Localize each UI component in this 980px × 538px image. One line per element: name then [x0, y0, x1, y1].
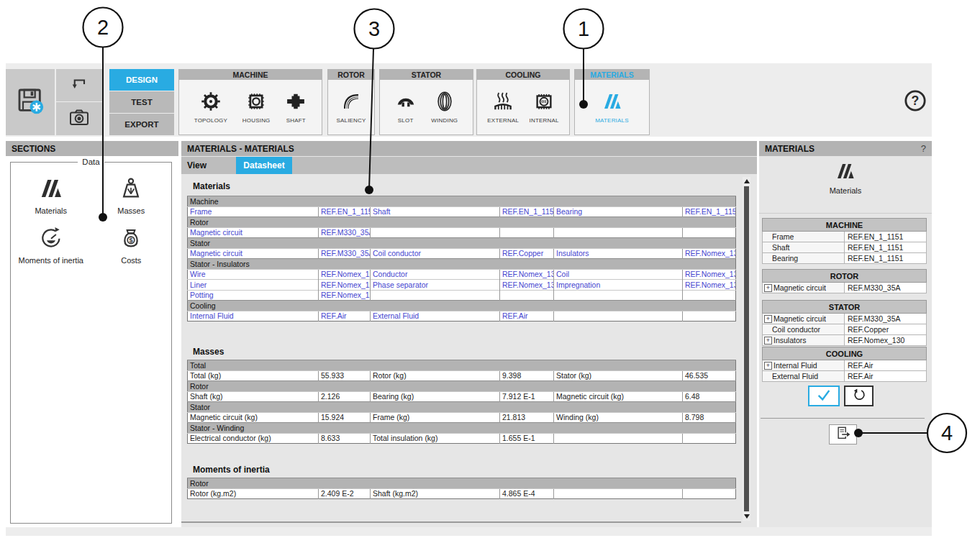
table-cell[interactable]: REF.EN_1_1151	[319, 206, 371, 217]
summary-label-text: Internal Fluid	[773, 361, 817, 370]
ribbon-item-topology[interactable]: TOPOLOGY	[194, 91, 227, 124]
table-cell[interactable]: Phase separator	[371, 280, 500, 291]
table-cell[interactable]: REF.Nomex_130	[683, 280, 736, 291]
scroll-up-icon[interactable]	[744, 179, 750, 183]
save-button[interactable]	[6, 69, 55, 135]
table-cell[interactable]: Coil conductor	[371, 248, 500, 259]
summary-row-value[interactable]: REF.Air	[845, 360, 927, 371]
section-title: Materials	[193, 181, 230, 191]
mode-tab-test[interactable]: TEST	[109, 91, 174, 113]
table-cell[interactable]: REF.Air	[500, 311, 554, 322]
table-cell[interactable]: REF.EN_1_1151	[500, 206, 554, 217]
slot-icon	[395, 91, 417, 115]
table-cell[interactable]: Impregnation	[554, 280, 683, 291]
expand-icon[interactable]: +	[764, 362, 772, 370]
table-group-row: Stator - Insulators	[188, 259, 736, 270]
export-report-button[interactable]	[829, 424, 857, 444]
table-cell[interactable]: Magnetic circuit	[188, 227, 319, 238]
tab-view[interactable]: View	[187, 157, 207, 174]
table-cell	[683, 311, 736, 322]
table-cell[interactable]: REF.M330_35A	[319, 227, 371, 238]
ribbon-item-shaft[interactable]: SHAFT	[285, 91, 307, 124]
mode-tab-design[interactable]: DESIGN	[109, 69, 174, 91]
expand-icon[interactable]: +	[764, 284, 772, 292]
summary-row-value[interactable]: REF.Air	[845, 371, 927, 382]
table-cell[interactable]: Insulators	[554, 248, 683, 259]
summary-row-label[interactable]: +Magnetic circuit	[763, 314, 845, 324]
summary-row-value[interactable]: REF.M330_35A	[845, 314, 927, 324]
svg-text:1: 1	[578, 17, 589, 40]
scroll-down-icon[interactable]	[744, 514, 750, 519]
table-cell[interactable]: REF.Nomex_130	[500, 269, 554, 280]
vertical-scrollbar[interactable]	[743, 177, 750, 521]
sidebar-item-moments-of-inertia[interactable]: Moments of inertia	[11, 225, 91, 265]
summary-row-label[interactable]: +Insulators	[763, 335, 845, 346]
table-cell[interactable]: Magnetic circuit	[188, 248, 319, 259]
table-cell[interactable]: REF.Nomex_130	[683, 248, 736, 259]
table-cell[interactable]: Wire	[188, 269, 319, 280]
tab-datasheet[interactable]: Datasheet	[236, 157, 292, 174]
table-cell	[500, 227, 554, 238]
summary-row-value[interactable]: REF.M330_35A	[845, 283, 927, 293]
apply-button[interactable]	[808, 386, 840, 406]
sections-panel: SECTIONS Data MaterialsMassesMoments of …	[6, 141, 178, 527]
table-cell[interactable]: REF.Nomex_130	[319, 269, 371, 280]
summary-row-value[interactable]: REF.Nomex_130	[845, 335, 927, 346]
undo-button[interactable]	[56, 69, 102, 101]
table-cell[interactable]: Potting	[188, 290, 319, 301]
table-cell[interactable]: REF.Nomex_130	[500, 280, 554, 291]
summary-row-value[interactable]: REF.EN_1_1151	[845, 232, 927, 242]
restore-button[interactable]	[844, 386, 874, 406]
table-cell[interactable]: Conductor	[371, 269, 500, 280]
table-cell[interactable]: REF.M330_35A	[319, 248, 371, 259]
ribbon-item-materials[interactable]: MATERIALS	[595, 91, 629, 124]
ribbon-item-winding[interactable]: WINDING	[431, 91, 458, 124]
table-cell[interactable]: REF.Nomex_130	[683, 269, 736, 280]
table-cell[interactable]: Internal Fluid	[188, 311, 319, 322]
table-cell[interactable]: REF.Nomex_130	[319, 280, 371, 291]
scrollbar-thumb[interactable]	[744, 186, 749, 511]
ribbon-item-external[interactable]: EXTERNAL	[487, 91, 519, 124]
summary-row-label[interactable]: +Magnetic circuit	[763, 283, 845, 293]
snapshot-button[interactable]	[56, 102, 102, 135]
summary-row-value[interactable]: REF.EN_1_1151	[845, 242, 927, 253]
table-cell[interactable]: Coil	[554, 269, 683, 280]
ribbon-item-internal[interactable]: INTERNAL	[530, 91, 559, 124]
summary-row-label: Shaft	[763, 242, 845, 253]
summary-row-value[interactable]: REF.Copper	[845, 324, 927, 335]
table-cell[interactable]: External Fluid	[371, 311, 500, 322]
ribbon-item-saliency[interactable]: SALIENCY	[336, 91, 366, 124]
table-cell[interactable]: Frame	[188, 206, 319, 217]
table-cell[interactable]: REF.Copper	[500, 248, 554, 259]
ribbon-item-housing[interactable]: HOUSING	[242, 91, 271, 124]
table-cell[interactable]: REF.Air	[319, 311, 371, 322]
sections-title: SECTIONS	[12, 144, 55, 154]
sidebar-item-costs[interactable]: $Costs	[91, 225, 172, 265]
summary-label-text: Bearing	[772, 254, 798, 263]
camera-icon	[68, 106, 91, 132]
table-cell	[554, 290, 683, 301]
housing-icon	[245, 91, 267, 115]
mode-tab-export[interactable]: EXPORT	[109, 114, 174, 135]
summary-row-value[interactable]: REF.EN_1_1151	[845, 253, 927, 264]
table-cell[interactable]: REF.EN_1_1151	[683, 206, 736, 217]
ribbon-item-label: WINDING	[431, 117, 458, 124]
ribbon-item-label: MATERIALS	[595, 117, 629, 124]
table-cell[interactable]: Bearing	[554, 206, 683, 217]
ribbon-item-slot[interactable]: SLOT	[395, 91, 417, 124]
help-icon: ?	[903, 88, 927, 116]
table-cell[interactable]: REF.Nomex_130	[319, 290, 371, 301]
summary-row-label[interactable]: +Internal Fluid	[763, 360, 845, 371]
table-cell[interactable]: Shaft	[371, 206, 500, 217]
expand-icon[interactable]: +	[764, 337, 772, 345]
sidebar-item-materials[interactable]: Materials	[11, 175, 91, 215]
sidebar-item-masses[interactable]: Masses	[91, 175, 172, 215]
expand-icon[interactable]: +	[764, 315, 772, 323]
table-cell[interactable]: Liner	[188, 280, 319, 291]
ribbon-group-body: EXTERNALINTERNAL	[476, 80, 570, 135]
help-button[interactable]: ?	[903, 90, 927, 114]
costs-icon: $	[118, 225, 144, 252]
panel-help-icon[interactable]: ?	[921, 143, 926, 154]
table-cell	[554, 433, 683, 444]
horizontal-scrollbar[interactable]	[181, 521, 741, 523]
